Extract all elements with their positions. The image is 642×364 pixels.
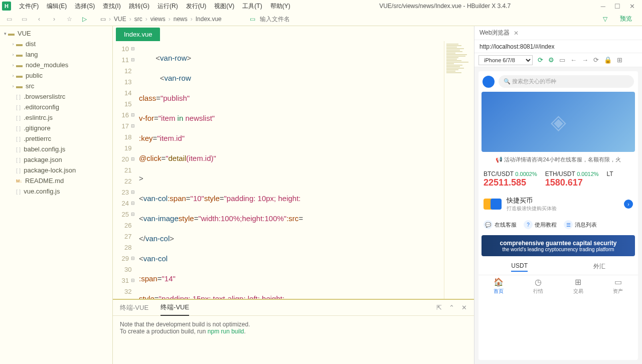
- device-select[interactable]: iPhone 6/7/8: [478, 55, 533, 65]
- tree-folder-vue[interactable]: ▾▬VUE: [0, 28, 112, 39]
- tree-file[interactable]: M↓README.md: [0, 175, 112, 186]
- breadcrumb-item[interactable]: views: [150, 16, 166, 23]
- tree-file[interactable]: [ ].eslintrc.js: [0, 112, 112, 123]
- support-item[interactable]: ?使用教程: [524, 220, 557, 229]
- tree-folder[interactable]: ›▬node_modules: [0, 60, 112, 70]
- line-gutter: 10 ⊟ 11 ⊟ 12 13 14 15 16 ⊟ 17 ⊟ 18 19 20…: [113, 41, 137, 299]
- ticker-item[interactable]: BTC/USDT 0.0002% 22511.585: [484, 170, 537, 188]
- support-item[interactable]: 💬在线客服: [484, 220, 517, 229]
- terminal-tab[interactable]: 终端-VUE: [160, 300, 189, 316]
- search-file-icon[interactable]: ▭: [249, 16, 257, 23]
- menu-help[interactable]: 帮助(Y): [266, 1, 294, 12]
- nav-back-icon[interactable]: ←: [570, 56, 577, 64]
- window-title: VUE/src/views/news/Index.vue - HBuilder …: [294, 3, 596, 10]
- menu-goto[interactable]: 跳转(G): [125, 1, 153, 12]
- menu-view[interactable]: 视图(V): [210, 1, 238, 12]
- subtab-forex[interactable]: 外汇: [593, 262, 605, 272]
- star-icon[interactable]: ☆: [65, 16, 73, 23]
- menu-run[interactable]: 运行(R): [153, 1, 182, 12]
- preview-url[interactable]: http://localhost:8081/#/index: [474, 40, 642, 53]
- support-item[interactable]: ☰消息列表: [564, 220, 597, 229]
- new-file-icon[interactable]: ▭: [5, 16, 13, 23]
- terminal-export-icon[interactable]: ⇱: [436, 304, 442, 311]
- breadcrumb-item[interactable]: news: [174, 16, 188, 23]
- run-icon[interactable]: ▷: [80, 16, 88, 23]
- tree-file[interactable]: [ ]babel.config.js: [0, 144, 112, 154]
- maximize-icon[interactable]: ☐: [614, 3, 620, 10]
- menubar: H 文件(F) 编辑(E) 选择(S) 查找(I) 跳转(G) 运行(R) 发行…: [0, 0, 642, 12]
- editor-tab[interactable]: Index.vue: [116, 28, 160, 41]
- close-icon[interactable]: ✕: [629, 3, 635, 10]
- tree-file[interactable]: [ ]vue.config.js: [0, 186, 112, 197]
- minimize-icon[interactable]: ─: [601, 3, 605, 10]
- code-area[interactable]: <van-row> <van-row class="publish" v-for…: [137, 41, 444, 299]
- file-tree: ▾▬VUE ›▬dist ›▬lang ›▬node_modules ›▬pub…: [0, 26, 113, 364]
- nav-market[interactable]: ◷行情: [519, 277, 559, 295]
- terminal-output[interactable]: Note that the development build is not o…: [113, 316, 474, 364]
- external-icon[interactable]: ⊞: [617, 56, 622, 64]
- terminal-collapse-icon[interactable]: ⌃: [449, 304, 454, 311]
- gear-icon[interactable]: ⚙: [548, 56, 554, 64]
- phone-preview: 🔍 搜索您关心的币种 ◈ 📢 活动详情请咨询24小时在线客服，名额有限，火 BT…: [478, 71, 638, 360]
- promo-banner[interactable]: comprehensive guarntee capital security …: [482, 235, 635, 256]
- nav-trade[interactable]: ⊞交易: [558, 277, 598, 295]
- folder-icon: ▭: [100, 16, 106, 23]
- preview-panel: Web浏览器 ✕ http://localhost:8081/#/index i…: [474, 26, 642, 364]
- ticker-item[interactable]: ETH/USDT 0.0012% 1580.617: [545, 170, 599, 188]
- tree-folder[interactable]: ›▬src: [0, 81, 112, 91]
- tree-file[interactable]: [ ]package-lock.json: [0, 165, 112, 175]
- ticker-item[interactable]: LT: [607, 170, 613, 188]
- menu-file[interactable]: 文件(F): [15, 1, 43, 12]
- editor: Index.vue 10 ⊟ 11 ⊟ 12 13 14 15 16 ⊟ 17 …: [113, 26, 474, 299]
- preview-button[interactable]: 预览: [615, 13, 637, 25]
- tree-file[interactable]: [ ]package.json: [0, 154, 112, 165]
- app-logo: H: [2, 2, 11, 11]
- tree-file[interactable]: [ ].editorconfig: [0, 102, 112, 112]
- terminal-tab[interactable]: 终端-VUE: [120, 300, 148, 315]
- chevron-right-icon: ›: [624, 200, 633, 209]
- back-icon[interactable]: ‹: [35, 16, 43, 23]
- breadcrumb: ▭ › VUE › src › views › news › Index.vue: [100, 16, 222, 23]
- sync-icon[interactable]: ⟳: [538, 56, 543, 64]
- terminal-panel: 终端-VUE 终端-VUE ⇱ ⌃ ✕ Note that the develo…: [113, 299, 474, 364]
- subtab-usdt[interactable]: USDT: [511, 262, 528, 272]
- filter-icon[interactable]: ▽: [601, 16, 609, 23]
- app-logo-icon[interactable]: [483, 76, 495, 88]
- menu-tools[interactable]: 工具(T): [238, 1, 266, 12]
- forward-icon[interactable]: ›: [50, 16, 58, 23]
- lock-icon[interactable]: 🔒: [604, 56, 612, 64]
- preview-tab-label[interactable]: Web浏览器: [479, 29, 510, 37]
- menu-select[interactable]: 选择(S): [71, 1, 99, 12]
- breadcrumb-item[interactable]: VUE: [114, 16, 126, 23]
- tree-file[interactable]: [ ].browserslistrc: [0, 91, 112, 102]
- menu-edit[interactable]: 编辑(E): [43, 1, 71, 12]
- tree-folder[interactable]: ›▬dist: [0, 39, 112, 49]
- breadcrumb-item[interactable]: src: [134, 16, 142, 23]
- hero-image[interactable]: ◈: [482, 92, 635, 152]
- notice-bar[interactable]: 📢 活动详情请咨询24小时在线客服，名额有限，火: [478, 152, 638, 167]
- refresh-icon[interactable]: ⟳: [593, 56, 599, 64]
- quick-buy-card[interactable]: 快捷买币 打造极速快捷购买体验 ›: [478, 191, 638, 217]
- search-input[interactable]: [260, 16, 320, 23]
- terminal-close-icon[interactable]: ✕: [461, 304, 467, 311]
- toolbar: ▭ ▭ ‹ › ☆ ▷ ▭ › VUE › src › views › news…: [0, 12, 642, 26]
- tree-file[interactable]: [ ].prettierrc: [0, 133, 112, 144]
- minimap[interactable]: [444, 41, 474, 299]
- tree-file[interactable]: [ ].gitignore: [0, 123, 112, 133]
- preview-tab-close-icon[interactable]: ✕: [514, 30, 519, 37]
- breadcrumb-item[interactable]: Index.vue: [196, 16, 222, 23]
- nav-home[interactable]: 🏠首页: [478, 277, 519, 295]
- menu-publish[interactable]: 发行(U): [182, 1, 211, 12]
- tree-folder[interactable]: ›▬public: [0, 70, 112, 81]
- tree-folder[interactable]: ›▬lang: [0, 49, 112, 60]
- nav-forward-icon[interactable]: →: [582, 56, 588, 64]
- save-icon[interactable]: ▭: [20, 16, 28, 23]
- menu-find[interactable]: 查找(I): [99, 1, 124, 12]
- nav-assets[interactable]: ▭资产: [598, 277, 638, 295]
- app-search-input[interactable]: 🔍 搜索您关心的币种: [499, 75, 634, 88]
- screenshot-icon[interactable]: ▭: [559, 56, 565, 64]
